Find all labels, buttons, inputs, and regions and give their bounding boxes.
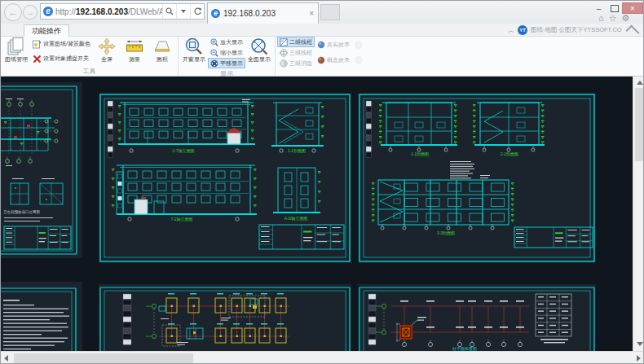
zoom-out-button[interactable]: 缩小显示 bbox=[208, 47, 245, 58]
elevations-drawing bbox=[99, 93, 351, 263]
address-dropdown-caret-icon[interactable] bbox=[176, 4, 190, 19]
browser-titlebar: ← → e http://192.168.0.203/DLWeb/Applica… bbox=[1, 1, 644, 24]
fullscreen-button[interactable]: 全屏 bbox=[93, 37, 121, 66]
plan-note: 卫生间预留洞口位置图 bbox=[3, 210, 72, 214]
fullscreen-icon bbox=[98, 37, 116, 55]
url-text[interactable]: http://192.168.0.203/DLWeb/Application/Y… bbox=[55, 7, 162, 16]
ribbon-body: 图纸管理 设置图纸/背景颜色 设置对象捕捉开关 bbox=[1, 36, 644, 77]
browser-action-icons: ⌂ ☆ ⚙ bbox=[598, 13, 629, 23]
visual-style-col-2: 真实效果 概念效果 bbox=[315, 37, 352, 68]
column-plan-drawing bbox=[358, 284, 596, 351]
area-icon bbox=[153, 37, 171, 55]
zoom-in-icon bbox=[210, 38, 218, 46]
ribbon-tab-strip: 功能操作 ︿ YT 图纸·地图 公图天下YTSSOFT.COM图纸(地图)控件-… bbox=[1, 24, 644, 37]
set-snap-button[interactable]: 设置对象捕捉开关 bbox=[30, 54, 93, 64]
maximize-button[interactable] bbox=[607, 2, 622, 14]
tools-small-stack: 设置图纸/背景颜色 设置对象捕捉开关 bbox=[30, 37, 93, 66]
elevation-caption-2: 7-2轴立面图 bbox=[148, 217, 216, 221]
fit-view-button[interactable]: 全图显示 bbox=[245, 37, 273, 68]
zoom-in-button[interactable]: 放大显示 bbox=[208, 37, 245, 47]
trial-banner: 图纸·地图 公图天下YTSSOFT.COM图纸(地图)控件-试用版 bbox=[531, 26, 622, 34]
display-small-stack: 放大显示 缩小显示 平移显示 bbox=[208, 37, 245, 68]
drawing-canvas[interactable]: 卫生间预留洞口位置图 2-7轴立面图 1-1剖面图 7-2轴立面图 A-D轴立面… bbox=[1, 77, 633, 351]
sheet-sections[interactable]: 1-1剖面图 2-2剖面图 3-3剖面图 bbox=[358, 93, 596, 263]
measure-ruler-icon bbox=[126, 37, 143, 55]
sheet-column-plan[interactable]: 柱平面布置图 bbox=[358, 284, 596, 351]
settings-icon[interactable]: ⚙ bbox=[622, 13, 630, 23]
visual-style-col-1: 二维线框 三维线框 三维消隐 bbox=[277, 37, 315, 68]
realistic-button[interactable]: 真实效果 bbox=[315, 39, 352, 50]
pan-button[interactable]: 平移显示 bbox=[208, 58, 245, 68]
drawing-manager-button[interactable]: 图纸管理 bbox=[2, 37, 30, 66]
sheet-plan-partial[interactable]: 卫生间预留洞口位置图 bbox=[1, 82, 82, 258]
vertical-scrollbar[interactable] bbox=[633, 77, 644, 351]
section-caption-2: 2-2剖面图 bbox=[482, 151, 537, 156]
favorites-icon[interactable]: ☆ bbox=[609, 13, 617, 23]
scroll-right-icon[interactable] bbox=[637, 355, 641, 362]
snap-toggle-icon bbox=[33, 55, 42, 64]
minimize-button[interactable]: – bbox=[591, 2, 607, 14]
browser-tab[interactable]: e 192.168.0.203 × bbox=[207, 2, 319, 24]
wireframe-2d-button[interactable]: 二维线框 bbox=[277, 37, 315, 47]
visual-style-extra-column bbox=[352, 37, 365, 68]
back-button[interactable]: ← bbox=[4, 3, 22, 21]
ribbon-right-header: ︿ YT 图纸·地图 公图天下YTSSOFT.COM图纸(地图)控件-试用版 bbox=[508, 24, 642, 36]
back-icon: ← bbox=[8, 7, 19, 19]
area-button[interactable]: 面积 bbox=[148, 37, 176, 66]
browser-window: ← → e http://192.168.0.203/DLWeb/Applica… bbox=[0, 0, 644, 364]
tab-title: 192.168.0.203 bbox=[223, 9, 305, 18]
wireframe-2d-icon bbox=[280, 38, 288, 46]
set-background-button[interactable]: 设置图纸/背景颜色 bbox=[30, 39, 93, 50]
forward-icon: → bbox=[26, 7, 35, 17]
group-label-tools: 工具 bbox=[1, 67, 178, 77]
tab-close-icon[interactable]: × bbox=[305, 9, 318, 18]
elevation-caption-1: 2-7轴立面图 bbox=[149, 148, 218, 153]
home-icon[interactable]: ⌂ bbox=[598, 13, 604, 23]
refresh-icon[interactable] bbox=[190, 4, 204, 19]
sections-drawing bbox=[358, 93, 596, 263]
scroll-up-icon[interactable] bbox=[637, 81, 643, 85]
app-logo: YT bbox=[518, 25, 527, 35]
window-zoom-button[interactable]: 开窗显示 bbox=[180, 37, 208, 68]
horizontal-scrollbar[interactable] bbox=[1, 351, 644, 364]
horizontal-scroll-thumb[interactable] bbox=[14, 353, 193, 363]
hidden-3d-icon bbox=[280, 59, 288, 68]
vertical-scroll-thumb[interactable] bbox=[635, 88, 643, 161]
sheet-foundation-plan[interactable] bbox=[99, 284, 351, 351]
ribbon-group-visual-styles: 二维线框 三维线框 三维消隐 bbox=[276, 36, 367, 77]
sheet-elevations[interactable]: 2-7轴立面图 1-1剖面图 7-2轴立面图 A-D轴立面图 bbox=[99, 93, 351, 263]
drawing-manager-icon bbox=[7, 37, 26, 55]
ribbon-tab-function-operations[interactable]: 功能操作 bbox=[24, 24, 69, 37]
address-bar[interactable]: e http://192.168.0.203/DLWeb/Application… bbox=[40, 3, 205, 20]
palette-icon bbox=[33, 40, 42, 49]
wireframe-3d-icon bbox=[280, 49, 288, 57]
section-caption: 1-1剖面图 bbox=[270, 148, 324, 153]
window-zoom-icon bbox=[185, 37, 203, 55]
conceptual-icon bbox=[317, 56, 325, 64]
visual-style-extra-icon-2[interactable] bbox=[355, 56, 363, 64]
new-tab-button[interactable] bbox=[320, 4, 340, 20]
ribbon-group-tools: 图纸管理 设置图纸/背景颜色 设置对象捕捉开关 bbox=[1, 36, 179, 77]
realistic-icon bbox=[317, 41, 325, 49]
elevation-caption-3: A-D轴立面图 bbox=[271, 216, 320, 221]
scroll-down-icon[interactable] bbox=[637, 342, 643, 346]
scroll-left-icon[interactable] bbox=[4, 355, 8, 362]
wireframe-3d-button[interactable]: 三维线框 bbox=[277, 47, 315, 58]
plan-partial-drawing bbox=[1, 82, 82, 258]
visual-style-extra-icon-1[interactable] bbox=[355, 41, 363, 49]
search-icon[interactable] bbox=[162, 4, 176, 19]
zoom-out-icon bbox=[210, 49, 218, 57]
tab-favicon: e bbox=[211, 9, 220, 18]
forward-button[interactable]: → bbox=[23, 5, 37, 20]
fit-view-icon bbox=[250, 37, 268, 55]
close-button[interactable]: × bbox=[622, 2, 643, 14]
ie-favicon: e bbox=[43, 7, 53, 16]
measure-button[interactable]: 测量 bbox=[121, 37, 148, 66]
foundation-plan-drawing bbox=[99, 284, 351, 351]
sheet-notes-partial[interactable] bbox=[1, 282, 82, 351]
collapse-mini-icon[interactable]: ︿ bbox=[508, 26, 514, 35]
section-caption-1: 1-1剖面图 bbox=[390, 151, 449, 156]
hidden-3d-button[interactable]: 三维消隐 bbox=[277, 58, 315, 68]
notes-drawing bbox=[1, 282, 82, 351]
conceptual-button[interactable]: 概念效果 bbox=[315, 55, 352, 66]
